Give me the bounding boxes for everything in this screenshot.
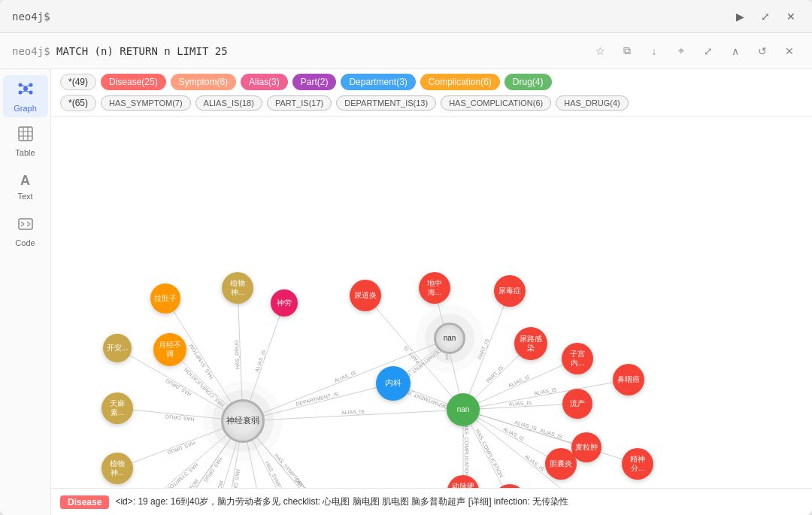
svg-text:ALIAS_IS: ALIAS_IS (254, 349, 268, 373)
svg-text:HAS_COMPLICATION: HAS_COMPLICATION (463, 423, 469, 477)
filter-all-nodes[interactable]: *(49) (60, 74, 96, 90)
svg-text:ALIAS_IS: ALIAS_IS (502, 426, 526, 443)
node-n7[interactable]: 神劳 (271, 289, 298, 317)
svg-text:PART_IS: PART_IS (477, 338, 490, 360)
filter-part[interactable]: Part(2) (292, 74, 337, 90)
filter-department-is[interactable]: DEPARTMENT_IS(13) (336, 95, 436, 111)
node-n21[interactable]: 动脉硬化 (447, 475, 479, 488)
main-content: Graph Table A Text (0, 69, 812, 515)
code-icon (18, 217, 33, 235)
refresh-button[interactable]: ↺ (752, 41, 773, 62)
query-content: MATCH (n) RETURN n LIMIT 25 (56, 45, 228, 57)
node-n10[interactable]: 天麻素... (102, 392, 133, 424)
node-n28[interactable]: 流产 (562, 389, 592, 419)
filter-drug[interactable]: Drug(4) (504, 74, 552, 90)
filter-department[interactable]: Department(3) (341, 74, 415, 90)
node-n4[interactable]: nan (447, 393, 480, 426)
title-text: neo4j$ (12, 11, 722, 23)
sidebar-item-code[interactable]: Code (3, 211, 48, 253)
svg-line-57 (463, 291, 510, 410)
node-n8[interactable]: 开安... (103, 334, 132, 362)
download-button[interactable]: ↓ (644, 41, 665, 62)
status-text: <id>: 19 age: 16到40岁，脑力劳动者多见 checklist: … (115, 495, 568, 508)
svg-line-65 (463, 380, 629, 410)
svg-text:HAS_SYMPTOM: HAS_SYMPTOM (172, 478, 201, 488)
node-n5[interactable]: 拉肚子 (150, 283, 180, 314)
svg-text:HAS_DRUG: HAS_DRUG (201, 456, 223, 484)
node-n25[interactable]: 尿毒症 (494, 275, 526, 307)
svg-line-15 (21, 222, 24, 224)
svg-text:HAS_SYMPTOM: HAS_SYMPTOM (208, 480, 225, 488)
node-n2[interactable]: 内科 (376, 366, 411, 401)
pin-button[interactable]: ⌖ (671, 41, 692, 62)
svg-text:HAS_DRUG: HAS_DRUG (165, 377, 193, 397)
star-button[interactable]: ☆ (589, 41, 611, 62)
svg-text:HAS_SYMPTOM: HAS_SYMPTOM (165, 462, 199, 488)
node-n9[interactable]: 月经不调 (153, 333, 186, 366)
node-n11[interactable]: 植物神... (102, 453, 133, 484)
svg-line-63 (463, 404, 577, 410)
fullscreen-button[interactable]: ⤢ (698, 41, 719, 62)
query-bar: neo4j$ MATCH (n) RETURN n LIMIT 25 ☆ ⧉ ↓… (0, 33, 812, 69)
expand-button[interactable]: ⤢ (756, 8, 774, 26)
svg-text:HAS_DRUG: HAS_DRUG (234, 340, 241, 369)
filter-has-symptom[interactable]: HAS_SYMPTOM(7) (101, 95, 191, 111)
sidebar: Graph Table A Text (0, 69, 51, 515)
svg-text:ALIAS_IS: ALIAS_IS (508, 374, 531, 389)
node-n1[interactable]: 神经衰弱 (221, 399, 265, 443)
filter-has-complication[interactable]: HAS_COMPLICATION(6) (441, 95, 551, 111)
svg-text:DEPARTMENT_IS: DEPARTMENT_IS (405, 389, 448, 410)
filter-part-is[interactable]: PART_IS(17) (267, 95, 332, 111)
close-query-button[interactable]: ✕ (779, 41, 800, 62)
node-filter-row: *(49) Disease(25) Symptom(6) Alias(3) Pa… (60, 74, 803, 90)
filter-disease[interactable]: Disease(25) (101, 74, 166, 90)
svg-text:HAS_COMPLICATION: HAS_COMPLICATION (183, 367, 226, 408)
svg-line-18 (27, 224, 30, 226)
query-controls: ☆ ⧉ ↓ ⌖ ⤢ ∧ ↺ ✕ (589, 41, 800, 62)
graph-canvas[interactable]: HAS_SYMPTOMHAS_DRUGALIAS_ISHAS_DRUGHAS_C… (51, 117, 812, 488)
svg-text:HAS_COMPLICATION: HAS_COMPLICATION (474, 429, 504, 479)
filter-all-rels[interactable]: *(65) (60, 95, 96, 111)
node-n23[interactable]: 尿道炎 (350, 280, 381, 311)
status-disease-badge: Disease (60, 495, 109, 509)
sidebar-item-table[interactable]: Table (3, 120, 48, 162)
filter-alias-is[interactable]: ALIAS_IS(18) (195, 95, 262, 111)
svg-text:HAS_DRUG: HAS_DRUG (166, 440, 195, 456)
node-n27[interactable]: 子宫内... (562, 343, 593, 374)
collapse-button[interactable]: ∧ (725, 41, 746, 62)
node-n29[interactable]: 鼻咽癌 (613, 364, 644, 395)
node-n22[interactable]: 癫痫 (494, 484, 526, 488)
svg-line-45 (243, 421, 373, 488)
svg-text:ALIAS_IS: ALIAS_IS (333, 370, 356, 384)
filter-alias[interactable]: Alias(3) (241, 74, 288, 90)
node-n26[interactable]: 尿路感染 (514, 327, 547, 360)
play-button[interactable]: ▶ (731, 8, 749, 26)
filter-has-drug[interactable]: HAS_DRUG(4) (556, 95, 629, 111)
node-n6[interactable]: 植物神... (222, 272, 253, 304)
node-n31[interactable]: 胆囊炎 (545, 448, 577, 480)
filter-symptom[interactable]: Symptom(6) (171, 74, 236, 90)
table-icon (18, 126, 33, 145)
close-button[interactable]: ✕ (782, 8, 800, 26)
status-bar: Disease <id>: 19 age: 16到40岁，脑力劳动者多见 che… (51, 488, 812, 515)
title-controls: ▶ ⤢ ✕ (731, 8, 800, 26)
svg-text:HAS_SYMPTOM: HAS_SYMPTOM (273, 453, 304, 487)
svg-line-47 (243, 338, 450, 421)
svg-text:ALIAS_IS: ALIAS_IS (540, 428, 564, 441)
text-icon: A (20, 173, 30, 189)
copy-button[interactable]: ⧉ (617, 41, 638, 62)
code-label: Code (15, 238, 35, 247)
filter-bar: *(49) Disease(25) Symptom(6) Alias(3) Pa… (51, 69, 812, 117)
svg-line-16 (21, 224, 24, 226)
svg-text:ALIAS_IS: ALIAS_IS (534, 386, 558, 396)
node-n32[interactable]: 精神分... (622, 448, 653, 480)
node-n3[interactable]: nan (434, 323, 465, 354)
sidebar-item-text[interactable]: A Text (3, 165, 48, 208)
filter-complication[interactable]: Complication(6) (420, 74, 500, 90)
graph-icon (17, 80, 34, 101)
svg-text:DEPARTMENT_IS: DEPARTMENT_IS (295, 391, 340, 407)
svg-line-17 (27, 222, 30, 224)
node-n30[interactable]: 麦粒肿 (571, 432, 601, 462)
node-n24[interactable]: 地中海... (419, 272, 450, 304)
sidebar-item-graph[interactable]: Graph (3, 75, 48, 117)
